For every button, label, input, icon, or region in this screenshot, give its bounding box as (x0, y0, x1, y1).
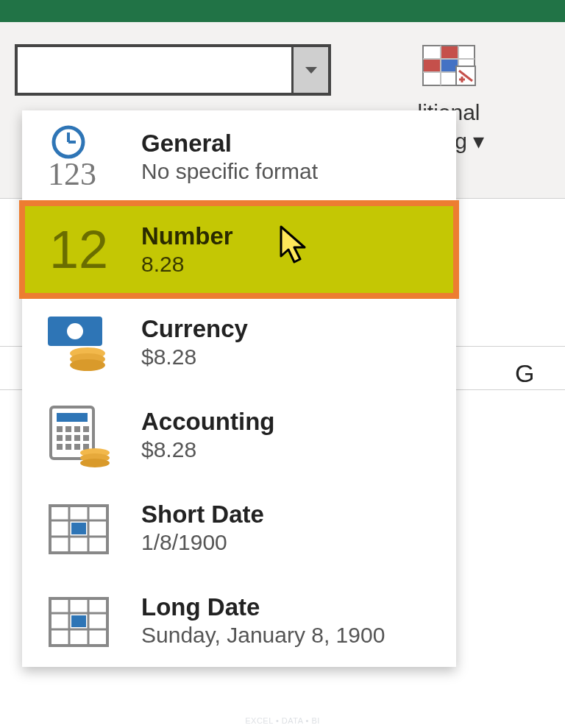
svg-rect-8 (441, 60, 458, 71)
number-format-selector[interactable] (15, 44, 331, 96)
svg-rect-6 (441, 46, 458, 58)
svg-text:123: 123 (48, 156, 96, 189)
format-option-general[interactable]: 123 General No specific format (22, 110, 456, 199)
chevron-down-small-icon: ▾ (473, 129, 484, 153)
general-icon: 123 (38, 124, 119, 190)
svg-rect-7 (424, 60, 440, 71)
chevron-down-icon (304, 66, 319, 74)
svg-marker-0 (305, 67, 317, 74)
number-format-dropdown-button[interactable] (291, 47, 328, 93)
conditional-formatting-icon (375, 44, 522, 93)
format-option-title: General (141, 130, 440, 158)
format-option-sub: No specific format (141, 159, 440, 184)
number-format-dropdown: 123 General No specific format 12 Number… (22, 110, 456, 199)
title-bar (0, 0, 565, 22)
